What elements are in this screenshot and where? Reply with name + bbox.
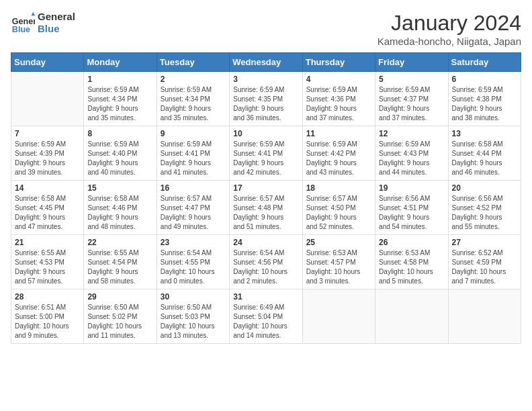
calendar-header-row: SundayMondayTuesdayWednesdayThursdayFrid…	[11, 53, 521, 72]
day-number: 26	[379, 238, 444, 247]
calendar-cell	[11, 72, 84, 126]
day-info: Sunrise: 6:59 AM Sunset: 4:36 PM Dayligh…	[306, 85, 371, 123]
day-info: Sunrise: 6:59 AM Sunset: 4:40 PM Dayligh…	[87, 140, 152, 177]
calendar-cell: 31Sunrise: 6:49 AM Sunset: 5:04 PM Dayli…	[230, 289, 302, 344]
calendar-cell: 12Sunrise: 6:59 AM Sunset: 4:43 PM Dayli…	[375, 126, 448, 181]
calendar-cell: 4Sunrise: 6:59 AM Sunset: 4:36 PM Daylig…	[302, 72, 375, 126]
calendar-cell: 26Sunrise: 6:53 AM Sunset: 4:58 PM Dayli…	[375, 235, 448, 289]
day-number: 7	[15, 129, 80, 138]
day-info: Sunrise: 6:59 AM Sunset: 4:38 PM Dayligh…	[452, 85, 517, 123]
day-number: 5	[379, 75, 444, 84]
calendar-cell: 29Sunrise: 6:50 AM Sunset: 5:02 PM Dayli…	[84, 289, 157, 344]
day-info: Sunrise: 6:58 AM Sunset: 4:45 PM Dayligh…	[15, 194, 80, 232]
day-number: 11	[306, 129, 371, 138]
calendar-cell: 23Sunrise: 6:54 AM Sunset: 4:55 PM Dayli…	[157, 235, 229, 289]
day-number: 16	[161, 183, 226, 193]
calendar-cell: 2Sunrise: 6:59 AM Sunset: 4:34 PM Daylig…	[157, 72, 229, 126]
calendar-cell: 15Sunrise: 6:58 AM Sunset: 4:46 PM Dayli…	[84, 181, 157, 235]
calendar-cell: 25Sunrise: 6:53 AM Sunset: 4:57 PM Dayli…	[302, 235, 375, 289]
day-info: Sunrise: 6:56 AM Sunset: 4:52 PM Dayligh…	[452, 194, 517, 232]
day-number: 30	[161, 292, 226, 302]
day-number: 12	[379, 129, 444, 138]
logo-icon: General Blue	[11, 11, 35, 35]
calendar-cell: 24Sunrise: 6:54 AM Sunset: 4:56 PM Dayli…	[230, 235, 302, 289]
page-subtitle: Kameda-honcho, Niigata, Japan	[378, 36, 521, 47]
calendar-week-row: 21Sunrise: 6:55 AM Sunset: 4:53 PM Dayli…	[11, 235, 521, 289]
col-header-friday: Friday	[375, 53, 448, 72]
day-info: Sunrise: 6:57 AM Sunset: 4:47 PM Dayligh…	[161, 194, 226, 232]
calendar-week-row: 7Sunrise: 6:59 AM Sunset: 4:39 PM Daylig…	[11, 126, 521, 181]
day-number: 27	[452, 238, 517, 247]
day-info: Sunrise: 6:57 AM Sunset: 4:48 PM Dayligh…	[233, 194, 298, 232]
day-info: Sunrise: 6:52 AM Sunset: 4:59 PM Dayligh…	[452, 248, 517, 286]
calendar-week-row: 14Sunrise: 6:58 AM Sunset: 4:45 PM Dayli…	[11, 181, 521, 235]
calendar-cell: 6Sunrise: 6:59 AM Sunset: 4:38 PM Daylig…	[448, 72, 521, 126]
day-info: Sunrise: 6:57 AM Sunset: 4:50 PM Dayligh…	[306, 194, 371, 232]
page-title: January 2024	[378, 11, 521, 36]
calendar-week-row: 28Sunrise: 6:51 AM Sunset: 5:00 PM Dayli…	[11, 289, 521, 344]
day-number: 17	[233, 183, 298, 193]
calendar-cell: 22Sunrise: 6:55 AM Sunset: 4:54 PM Dayli…	[84, 235, 157, 289]
calendar-cell	[302, 289, 375, 344]
day-number: 24	[233, 238, 298, 247]
col-header-monday: Monday	[84, 53, 157, 72]
calendar-cell: 5Sunrise: 6:59 AM Sunset: 4:37 PM Daylig…	[375, 72, 448, 126]
calendar-cell: 3Sunrise: 6:59 AM Sunset: 4:35 PM Daylig…	[230, 72, 302, 126]
day-number: 31	[233, 292, 298, 302]
day-number: 25	[306, 238, 371, 247]
day-info: Sunrise: 6:59 AM Sunset: 4:34 PM Dayligh…	[161, 85, 226, 123]
day-info: Sunrise: 6:53 AM Sunset: 4:57 PM Dayligh…	[306, 248, 371, 286]
day-info: Sunrise: 6:50 AM Sunset: 5:02 PM Dayligh…	[87, 303, 152, 340]
calendar-cell: 20Sunrise: 6:56 AM Sunset: 4:52 PM Dayli…	[448, 181, 521, 235]
calendar-cell: 27Sunrise: 6:52 AM Sunset: 4:59 PM Dayli…	[448, 235, 521, 289]
calendar-cell: 14Sunrise: 6:58 AM Sunset: 4:45 PM Dayli…	[11, 181, 84, 235]
day-info: Sunrise: 6:58 AM Sunset: 4:46 PM Dayligh…	[87, 194, 152, 232]
calendar-cell: 21Sunrise: 6:55 AM Sunset: 4:53 PM Dayli…	[11, 235, 84, 289]
calendar-cell: 30Sunrise: 6:50 AM Sunset: 5:03 PM Dayli…	[157, 289, 229, 344]
day-info: Sunrise: 6:59 AM Sunset: 4:35 PM Dayligh…	[233, 85, 298, 123]
logo-text-general: General	[38, 11, 75, 23]
logo-text-blue: Blue	[38, 23, 75, 35]
col-header-wednesday: Wednesday	[230, 53, 302, 72]
col-header-sunday: Sunday	[11, 53, 84, 72]
day-number: 4	[306, 75, 371, 84]
day-info: Sunrise: 6:59 AM Sunset: 4:37 PM Dayligh…	[379, 85, 444, 123]
day-number: 2	[161, 75, 226, 84]
day-number: 13	[452, 129, 517, 138]
day-number: 28	[15, 292, 80, 302]
calendar-cell: 19Sunrise: 6:56 AM Sunset: 4:51 PM Dayli…	[375, 181, 448, 235]
calendar-cell: 17Sunrise: 6:57 AM Sunset: 4:48 PM Dayli…	[230, 181, 302, 235]
day-info: Sunrise: 6:55 AM Sunset: 4:54 PM Dayligh…	[87, 248, 152, 286]
day-number: 9	[161, 129, 226, 138]
day-number: 3	[233, 75, 298, 84]
day-info: Sunrise: 6:54 AM Sunset: 4:55 PM Dayligh…	[161, 248, 226, 286]
calendar-cell	[375, 289, 448, 344]
calendar-cell: 16Sunrise: 6:57 AM Sunset: 4:47 PM Dayli…	[157, 181, 229, 235]
day-number: 1	[87, 75, 152, 84]
calendar-cell: 8Sunrise: 6:59 AM Sunset: 4:40 PM Daylig…	[84, 126, 157, 181]
day-info: Sunrise: 6:59 AM Sunset: 4:43 PM Dayligh…	[379, 140, 444, 177]
day-info: Sunrise: 6:51 AM Sunset: 5:00 PM Dayligh…	[15, 303, 80, 340]
calendar-table: SundayMondayTuesdayWednesdayThursdayFrid…	[11, 52, 521, 344]
calendar-cell: 1Sunrise: 6:59 AM Sunset: 4:34 PM Daylig…	[84, 72, 157, 126]
calendar-cell: 10Sunrise: 6:59 AM Sunset: 4:41 PM Dayli…	[230, 126, 302, 181]
day-number: 8	[87, 129, 152, 138]
day-number: 19	[379, 183, 444, 193]
day-number: 22	[87, 238, 152, 247]
day-info: Sunrise: 6:58 AM Sunset: 4:44 PM Dayligh…	[452, 140, 517, 177]
col-header-thursday: Thursday	[302, 53, 375, 72]
day-number: 10	[233, 129, 298, 138]
svg-marker-2	[32, 12, 35, 15]
day-info: Sunrise: 6:59 AM Sunset: 4:34 PM Dayligh…	[87, 85, 152, 123]
title-block: January 2024 Kameda-honcho, Niigata, Jap…	[378, 11, 521, 47]
page-header: General Blue General Blue January 2024 K…	[11, 11, 521, 47]
calendar-cell: 13Sunrise: 6:58 AM Sunset: 4:44 PM Dayli…	[448, 126, 521, 181]
day-number: 23	[161, 238, 226, 247]
day-number: 20	[452, 183, 517, 193]
day-number: 6	[452, 75, 517, 84]
calendar-cell: 18Sunrise: 6:57 AM Sunset: 4:50 PM Dayli…	[302, 181, 375, 235]
day-info: Sunrise: 6:54 AM Sunset: 4:56 PM Dayligh…	[233, 248, 298, 286]
col-header-saturday: Saturday	[448, 53, 521, 72]
day-info: Sunrise: 6:53 AM Sunset: 4:58 PM Dayligh…	[379, 248, 444, 286]
day-number: 29	[87, 292, 152, 302]
